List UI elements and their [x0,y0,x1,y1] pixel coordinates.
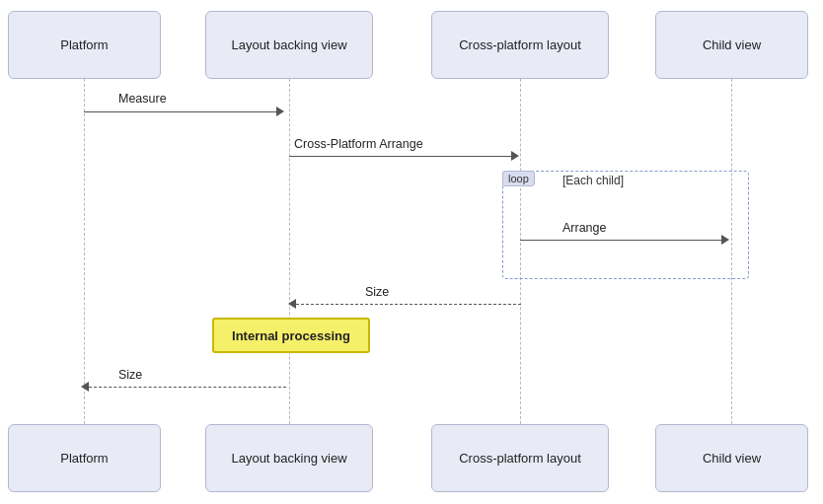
measure-label: Measure [118,92,167,106]
cross-platform-arrange-line [289,156,514,157]
cross-platform-arrange-arrowhead [511,151,519,161]
lifeline-layout-backing [289,79,290,424]
actor-platform-top: Platform [8,11,161,79]
internal-processing-box: Internal processing [212,318,370,353]
arrange-label: Arrange [562,221,606,235]
arrange-arrowhead [721,235,729,245]
measure-arrowhead [276,107,284,116]
actor-child-view-top: Child view [655,11,808,79]
size1-line [296,304,521,305]
cross-platform-arrange-label: Cross-Platform Arrange [294,137,423,151]
size1-label: Size [365,285,389,299]
actor-cross-platform-bottom: Cross-platform layout [431,424,609,492]
actor-layout-backing-top: Layout backing view [205,11,373,79]
arrange-line [520,240,724,241]
loop-condition: [Each child] [562,174,624,187]
actor-child-view-bottom: Child view [655,424,808,492]
sequence-diagram: Platform Layout backing view Cross-platf… [0,0,823,504]
actor-cross-platform-top: Cross-platform layout [431,11,609,79]
size1-arrowhead [288,299,296,309]
size2-label: Size [118,368,142,382]
loop-label: loop [502,171,535,186]
lifeline-platform [84,79,85,424]
size2-arrowhead [81,382,89,392]
actor-platform-bottom: Platform [8,424,161,492]
actor-layout-backing-bottom: Layout backing view [205,424,373,492]
loop-box [502,171,749,279]
measure-line [84,111,279,112]
size2-line [89,387,286,388]
